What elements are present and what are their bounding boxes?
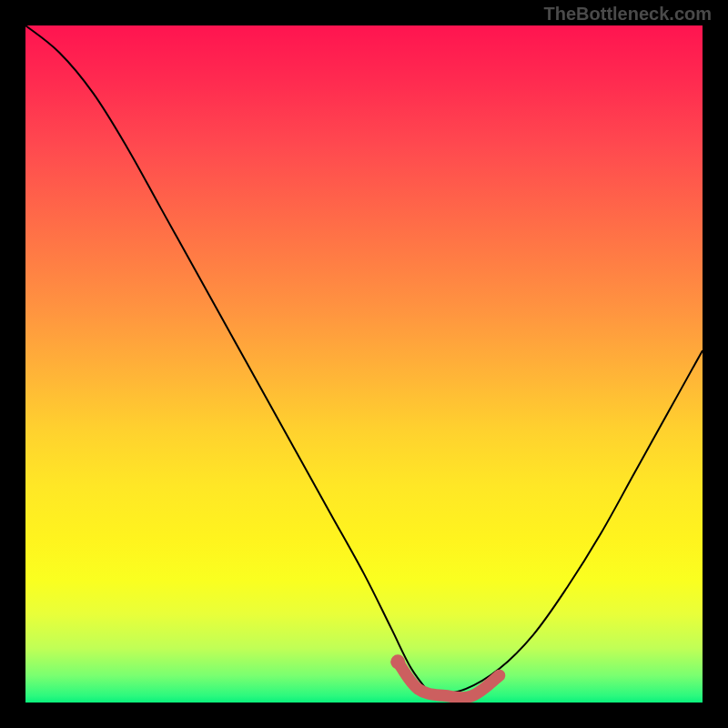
right-curve (431, 350, 703, 695)
left-curve (25, 25, 431, 696)
branding-text: TheBottleneck.com (544, 4, 712, 25)
optimum-dot (390, 654, 405, 669)
chart-svg (25, 25, 703, 703)
plot-area (25, 25, 703, 703)
